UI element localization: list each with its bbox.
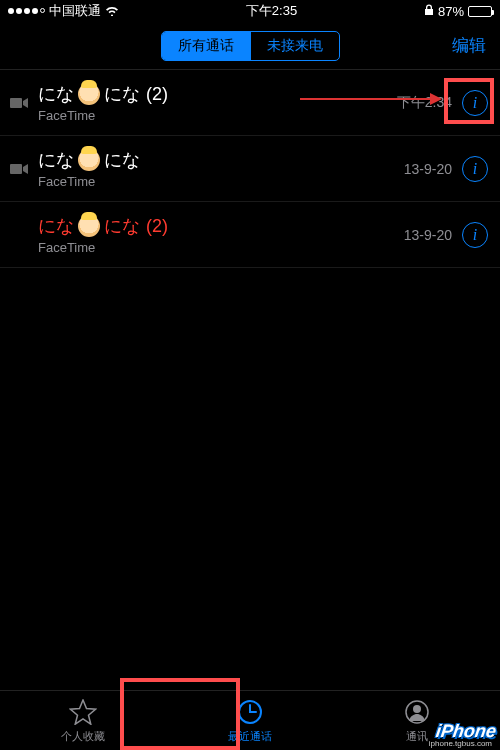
call-filter-segmented: 所有通话 未接来电 <box>161 31 340 61</box>
info-button[interactable]: i <box>462 222 488 248</box>
nav-bar: 所有通话 未接来电 编辑 <box>0 22 500 70</box>
princess-emoji-icon <box>78 83 100 105</box>
call-time: 13-9-20 <box>404 161 452 177</box>
tab-favorites[interactable]: 个人收藏 <box>0 691 167 750</box>
video-icon <box>8 97 30 109</box>
contact-icon <box>404 698 430 726</box>
clock-icon <box>237 698 263 726</box>
video-icon <box>8 163 30 175</box>
svg-rect-1 <box>10 164 22 174</box>
call-time: 下午2:34 <box>397 94 452 112</box>
call-time: 13-9-20 <box>404 227 452 243</box>
annotation-arrow <box>300 98 440 100</box>
wifi-icon <box>105 4 119 19</box>
call-subtitle: FaceTime <box>38 108 397 123</box>
tab-label: 个人收藏 <box>61 729 105 744</box>
call-name-missed: にな にな (2) <box>38 214 404 238</box>
call-name: にな にな <box>38 148 404 172</box>
segment-all-calls[interactable]: 所有通话 <box>162 32 250 60</box>
call-main: にな にな FaceTime <box>38 148 404 189</box>
lock-icon <box>424 4 434 19</box>
princess-emoji-icon <box>78 149 100 171</box>
status-bar: 中国联通 下午2:35 87% <box>0 0 500 22</box>
call-subtitle: FaceTime <box>38 174 404 189</box>
call-row[interactable]: にな にな FaceTime 13-9-20 i <box>0 136 500 202</box>
carrier-label: 中国联通 <box>49 2 101 20</box>
star-icon <box>69 698 97 726</box>
tab-bar: 个人收藏 最近通话 通讯 <box>0 690 500 750</box>
status-left: 中国联通 <box>8 2 119 20</box>
tab-label: 通讯 <box>406 729 428 744</box>
watermark-url: iphone.tgbus.com <box>429 739 492 748</box>
svg-point-4 <box>413 705 421 713</box>
tab-recents[interactable]: 最近通话 <box>167 691 334 750</box>
status-right: 87% <box>424 4 492 19</box>
call-row[interactable]: にな にな (2) FaceTime 下午2:34 i <box>0 70 500 136</box>
call-name: にな にな (2) <box>38 82 397 106</box>
svg-rect-0 <box>10 98 22 108</box>
princess-emoji-icon <box>78 215 100 237</box>
call-row[interactable]: にな にな (2) FaceTime 13-9-20 i <box>0 202 500 268</box>
info-button[interactable]: i <box>462 90 488 116</box>
segment-missed-calls[interactable]: 未接来电 <box>250 32 339 60</box>
call-subtitle: FaceTime <box>38 240 404 255</box>
call-main: にな にな (2) FaceTime <box>38 214 404 255</box>
call-main: にな にな (2) FaceTime <box>38 82 397 123</box>
battery-percent: 87% <box>438 4 464 19</box>
signal-icon <box>8 8 45 14</box>
tab-label: 最近通话 <box>228 729 272 744</box>
info-button[interactable]: i <box>462 156 488 182</box>
status-time: 下午2:35 <box>246 2 297 20</box>
battery-icon <box>468 6 492 17</box>
edit-button[interactable]: 编辑 <box>452 34 486 57</box>
